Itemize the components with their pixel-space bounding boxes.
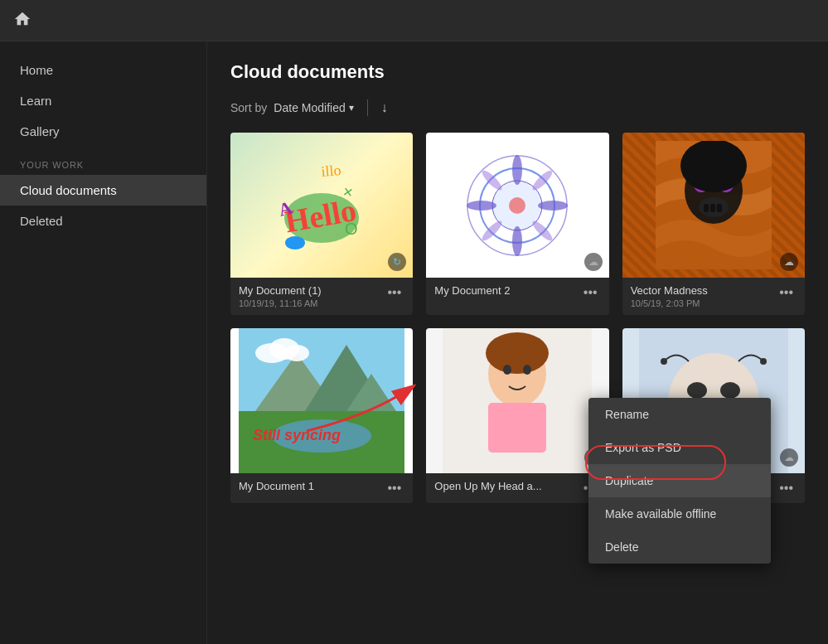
doc-info-3: Vector Madness 10/5/19, 2:03 PM ••• <box>622 278 805 315</box>
doc-info-5: Open Up My Head a... ••• <box>426 473 608 503</box>
svg-point-36 <box>284 345 309 361</box>
main-content: Cloud documents Sort by Date Modified ▾ … <box>207 41 828 644</box>
doc-thumbnail-5[interactable]: ☁ <box>426 328 608 473</box>
context-menu-item-duplicate[interactable]: Duplicate <box>588 464 771 497</box>
svg-point-14 <box>538 201 568 211</box>
sort-value: Date Modified <box>274 101 345 114</box>
mandala-artwork <box>463 152 571 259</box>
topbar <box>0 0 828 41</box>
context-menu-item-rename[interactable]: Rename <box>588 398 771 431</box>
doc-card-5: ☁ Open Up My Head a... ••• <box>426 328 608 503</box>
doc-date-3: 10/5/19, 2:03 PM <box>631 298 708 308</box>
svg-point-49 <box>760 358 767 365</box>
doc-meta-3: Vector Madness 10/5/19, 2:03 PM <box>631 284 708 308</box>
vector-artwork <box>656 141 772 269</box>
home-icon[interactable] <box>13 10 31 31</box>
sort-label: Sort by <box>230 101 267 114</box>
app-layout: Home Learn Gallery YOUR WORK Cloud docum… <box>0 41 828 644</box>
svg-point-33 <box>272 419 371 453</box>
svg-rect-40 <box>488 403 546 453</box>
context-menu: Rename Export as PSD Duplicate Make avai… <box>588 398 771 564</box>
doc-menu-button-1[interactable]: ••• <box>385 284 405 301</box>
sidebar-section-label: YOUR WORK <box>0 147 206 175</box>
doc-thumbnail-3[interactable]: ☁ <box>622 133 805 278</box>
doc-menu-button-2[interactable]: ••• <box>580 284 601 301</box>
sidebar-item-home[interactable]: Home <box>0 55 206 85</box>
sort-divider <box>367 99 368 116</box>
doc-meta-2: My Document 2 <box>434 284 510 298</box>
doc-card-3: ☁ Vector Madness 10/5/19, 2:03 PM ••• <box>622 133 805 315</box>
doc-date-1: 10/19/19, 11:16 AM <box>239 298 322 308</box>
cloud-badge-6: ☁ <box>780 448 798 467</box>
doc-thumbnail-2[interactable]: ☁ <box>426 133 608 278</box>
doc-name-4: My Document 1 <box>239 480 314 492</box>
sync-badge-1: ↻ <box>388 253 406 271</box>
doc-meta-1: My Document (1) 10/19/19, 11:16 AM <box>239 284 322 308</box>
sidebar-item-cloud-documents[interactable]: Cloud documents <box>0 175 206 206</box>
context-menu-item-export-psd[interactable]: Export as PSD <box>588 431 771 464</box>
page-title: Cloud documents <box>230 61 805 83</box>
landscape-artwork <box>239 328 404 473</box>
context-menu-item-delete[interactable]: Delete <box>588 530 771 564</box>
svg-point-12 <box>512 226 522 256</box>
cloud-badge-2: ☁ <box>584 253 603 271</box>
figure-artwork <box>443 328 592 473</box>
doc-name-5: Open Up My Head a... <box>434 480 541 492</box>
svg-text:A: A <box>276 196 294 220</box>
doc-name-2: My Document 2 <box>434 284 510 297</box>
hello-artwork: Hello A × O illo <box>255 148 388 264</box>
svg-point-5 <box>285 236 305 249</box>
doc-name-3: Vector Madness <box>631 284 708 297</box>
sort-dropdown[interactable]: Date Modified ▾ <box>274 101 353 114</box>
svg-point-10 <box>509 197 525 214</box>
doc-info-4: My Document 1 ••• <box>230 473 413 503</box>
svg-rect-24 <box>704 204 709 212</box>
cloud-badge-3: ☁ <box>780 253 798 271</box>
svg-point-27 <box>680 141 747 192</box>
doc-info-2: My Document 2 ••• <box>426 278 608 307</box>
sidebar-item-learn[interactable]: Learn <box>0 85 206 116</box>
svg-point-41 <box>503 365 511 375</box>
doc-thumbnail-4[interactable] <box>230 328 413 473</box>
svg-rect-26 <box>717 204 722 212</box>
chevron-down-icon: ▾ <box>349 102 354 114</box>
sort-bar: Sort by Date Modified ▾ ↓ <box>230 99 805 116</box>
sort-order-button[interactable]: ↓ <box>381 100 388 115</box>
svg-text:illo: illo <box>321 161 342 179</box>
svg-point-45 <box>687 382 707 399</box>
doc-menu-button-6[interactable]: ••• <box>776 480 797 496</box>
doc-menu-button-4[interactable]: ••• <box>385 480 405 496</box>
sidebar-item-deleted[interactable]: Deleted <box>0 206 206 236</box>
doc-thumbnail-1[interactable]: Hello A × O illo ↻ <box>230 133 413 278</box>
svg-rect-25 <box>710 204 715 212</box>
svg-point-46 <box>720 382 740 399</box>
svg-point-11 <box>512 155 522 185</box>
doc-meta-5: Open Up My Head a... <box>434 480 541 494</box>
doc-name-1: My Document (1) <box>239 284 322 297</box>
svg-point-39 <box>486 332 549 374</box>
svg-point-13 <box>467 201 496 211</box>
doc-meta-4: My Document 1 <box>239 480 314 494</box>
svg-text:O: O <box>345 220 358 238</box>
doc-card-2: ☁ My Document 2 ••• <box>426 133 608 315</box>
svg-point-42 <box>523 365 531 375</box>
sidebar: Home Learn Gallery YOUR WORK Cloud docum… <box>0 41 207 644</box>
context-menu-item-make-offline[interactable]: Make available offline <box>588 497 771 530</box>
svg-point-48 <box>661 358 667 365</box>
doc-info-1: My Document (1) 10/19/19, 11:16 AM ••• <box>230 278 413 315</box>
doc-menu-button-3[interactable]: ••• <box>776 284 797 301</box>
sidebar-item-gallery[interactable]: Gallery <box>0 116 206 147</box>
doc-card-4: My Document 1 ••• <box>230 328 413 503</box>
doc-card-1: Hello A × O illo ↻ My Document (1) 10/19… <box>230 133 413 315</box>
